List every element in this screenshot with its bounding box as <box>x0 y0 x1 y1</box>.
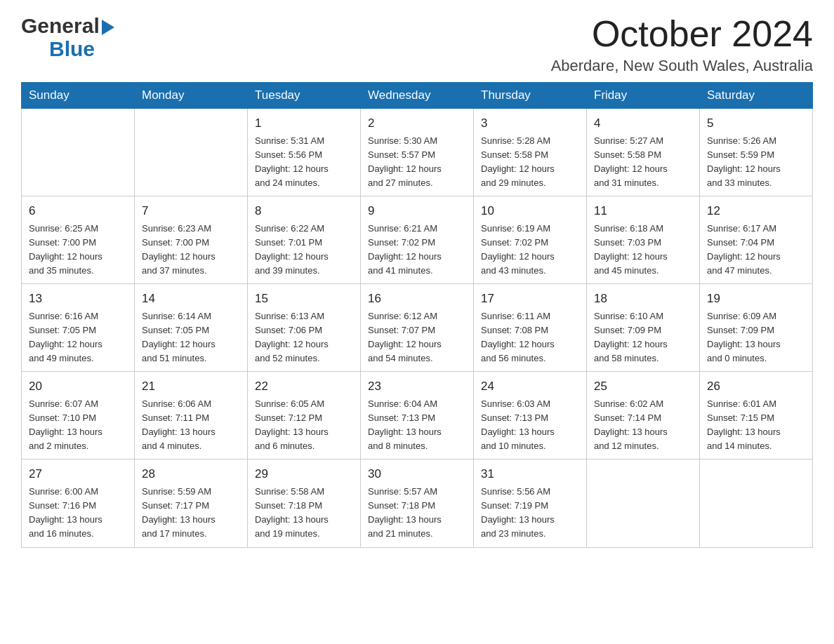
day-number: 14 <box>142 290 240 308</box>
day-number: 4 <box>594 114 692 133</box>
calendar-cell: 5Sunrise: 5:26 AM Sunset: 5:59 PM Daylig… <box>700 109 813 196</box>
day-number: 18 <box>594 290 692 308</box>
day-number: 26 <box>707 377 805 396</box>
calendar-cell: 1Sunrise: 5:31 AM Sunset: 5:56 PM Daylig… <box>248 109 361 196</box>
calendar-day-header: Tuesday <box>248 83 361 109</box>
calendar-cell: 20Sunrise: 6:07 AM Sunset: 7:10 PM Dayli… <box>22 372 135 459</box>
calendar-cell: 27Sunrise: 6:00 AM Sunset: 7:16 PM Dayli… <box>22 459 135 547</box>
calendar-day-header: Thursday <box>474 83 587 109</box>
calendar-week-row: 6Sunrise: 6:25 AM Sunset: 7:00 PM Daylig… <box>22 196 813 284</box>
day-number: 16 <box>368 290 466 308</box>
cell-info: Sunrise: 6:21 AM Sunset: 7:02 PM Dayligh… <box>368 222 466 279</box>
calendar-cell: 6Sunrise: 6:25 AM Sunset: 7:00 PM Daylig… <box>22 196 135 284</box>
cell-info: Sunrise: 6:03 AM Sunset: 7:13 PM Dayligh… <box>481 397 579 454</box>
day-number: 9 <box>368 202 466 220</box>
day-number: 31 <box>481 465 579 483</box>
day-number: 13 <box>29 290 127 308</box>
day-number: 21 <box>142 377 240 396</box>
calendar-cell: 15Sunrise: 6:13 AM Sunset: 7:06 PM Dayli… <box>248 284 361 372</box>
cell-info: Sunrise: 6:01 AM Sunset: 7:15 PM Dayligh… <box>707 397 805 454</box>
day-number: 25 <box>594 377 692 396</box>
day-number: 2 <box>368 114 466 133</box>
day-number: 17 <box>481 290 579 308</box>
title-block: October 2024 Aberdare, New South Wales, … <box>551 14 813 75</box>
day-number: 23 <box>368 377 466 396</box>
day-number: 19 <box>707 290 805 308</box>
cell-info: Sunrise: 5:56 AM Sunset: 7:19 PM Dayligh… <box>481 485 579 542</box>
calendar-cell: 22Sunrise: 6:05 AM Sunset: 7:12 PM Dayli… <box>248 372 361 459</box>
cell-info: Sunrise: 6:09 AM Sunset: 7:09 PM Dayligh… <box>707 309 805 366</box>
day-number: 30 <box>368 465 466 483</box>
day-number: 3 <box>481 114 579 133</box>
calendar-cell: 16Sunrise: 6:12 AM Sunset: 7:07 PM Dayli… <box>361 284 474 372</box>
cell-info: Sunrise: 5:57 AM Sunset: 7:18 PM Dayligh… <box>368 485 466 542</box>
day-number: 1 <box>255 114 353 133</box>
calendar-cell: 8Sunrise: 6:22 AM Sunset: 7:01 PM Daylig… <box>248 196 361 284</box>
calendar-cell: 11Sunrise: 6:18 AM Sunset: 7:03 PM Dayli… <box>587 196 700 284</box>
svg-marker-0 <box>102 20 114 35</box>
cell-info: Sunrise: 6:05 AM Sunset: 7:12 PM Dayligh… <box>255 397 353 454</box>
cell-info: Sunrise: 5:30 AM Sunset: 5:57 PM Dayligh… <box>368 134 466 191</box>
day-number: 28 <box>142 465 240 483</box>
day-number: 5 <box>707 114 805 133</box>
cell-info: Sunrise: 5:59 AM Sunset: 7:17 PM Dayligh… <box>142 485 240 542</box>
calendar-cell: 2Sunrise: 5:30 AM Sunset: 5:57 PM Daylig… <box>361 109 474 196</box>
calendar-week-row: 20Sunrise: 6:07 AM Sunset: 7:10 PM Dayli… <box>22 372 813 459</box>
calendar-cell <box>22 109 135 196</box>
day-number: 15 <box>255 290 353 308</box>
calendar-cell: 31Sunrise: 5:56 AM Sunset: 7:19 PM Dayli… <box>474 459 587 547</box>
calendar-cell: 17Sunrise: 6:11 AM Sunset: 7:08 PM Dayli… <box>474 284 587 372</box>
cell-info: Sunrise: 5:26 AM Sunset: 5:59 PM Dayligh… <box>707 134 805 191</box>
calendar-day-header: Sunday <box>22 83 135 109</box>
cell-info: Sunrise: 6:22 AM Sunset: 7:01 PM Dayligh… <box>255 222 353 279</box>
cell-info: Sunrise: 6:19 AM Sunset: 7:02 PM Dayligh… <box>481 222 579 279</box>
calendar-cell: 28Sunrise: 5:59 AM Sunset: 7:17 PM Dayli… <box>135 459 248 547</box>
logo: General Blue <box>21 14 114 60</box>
calendar-cell: 14Sunrise: 6:14 AM Sunset: 7:05 PM Dayli… <box>135 284 248 372</box>
cell-info: Sunrise: 6:14 AM Sunset: 7:05 PM Dayligh… <box>142 309 240 366</box>
cell-info: Sunrise: 6:25 AM Sunset: 7:00 PM Dayligh… <box>29 222 127 279</box>
cell-info: Sunrise: 6:06 AM Sunset: 7:11 PM Dayligh… <box>142 397 240 454</box>
day-number: 7 <box>142 202 240 220</box>
calendar-cell: 30Sunrise: 5:57 AM Sunset: 7:18 PM Dayli… <box>361 459 474 547</box>
calendar-cell: 21Sunrise: 6:06 AM Sunset: 7:11 PM Dayli… <box>135 372 248 459</box>
cell-info: Sunrise: 5:27 AM Sunset: 5:58 PM Dayligh… <box>594 134 692 191</box>
calendar-cell: 26Sunrise: 6:01 AM Sunset: 7:15 PM Dayli… <box>700 372 813 459</box>
cell-info: Sunrise: 5:31 AM Sunset: 5:56 PM Dayligh… <box>255 134 353 191</box>
calendar-week-row: 27Sunrise: 6:00 AM Sunset: 7:16 PM Dayli… <box>22 459 813 547</box>
calendar-day-header: Wednesday <box>361 83 474 109</box>
day-number: 11 <box>594 202 692 220</box>
calendar-day-header: Saturday <box>700 83 813 109</box>
calendar-week-row: 13Sunrise: 6:16 AM Sunset: 7:05 PM Dayli… <box>22 284 813 372</box>
cell-info: Sunrise: 6:10 AM Sunset: 7:09 PM Dayligh… <box>594 309 692 366</box>
location-title: Aberdare, New South Wales, Australia <box>551 57 813 75</box>
calendar-cell: 12Sunrise: 6:17 AM Sunset: 7:04 PM Dayli… <box>700 196 813 284</box>
day-number: 8 <box>255 202 353 220</box>
calendar-day-header: Friday <box>587 83 700 109</box>
day-number: 24 <box>481 377 579 396</box>
logo-blue-text: Blue <box>49 37 95 60</box>
calendar-cell <box>700 459 813 547</box>
calendar-cell: 4Sunrise: 5:27 AM Sunset: 5:58 PM Daylig… <box>587 109 700 196</box>
day-number: 27 <box>29 465 127 483</box>
calendar-cell: 19Sunrise: 6:09 AM Sunset: 7:09 PM Dayli… <box>700 284 813 372</box>
day-number: 22 <box>255 377 353 396</box>
calendar-header-row: SundayMondayTuesdayWednesdayThursdayFrid… <box>22 83 813 109</box>
cell-info: Sunrise: 6:16 AM Sunset: 7:05 PM Dayligh… <box>29 309 127 366</box>
month-title: October 2024 <box>551 14 813 54</box>
cell-info: Sunrise: 6:18 AM Sunset: 7:03 PM Dayligh… <box>594 222 692 279</box>
cell-info: Sunrise: 6:23 AM Sunset: 7:00 PM Dayligh… <box>142 222 240 279</box>
calendar-cell: 3Sunrise: 5:28 AM Sunset: 5:58 PM Daylig… <box>474 109 587 196</box>
calendar-cell: 9Sunrise: 6:21 AM Sunset: 7:02 PM Daylig… <box>361 196 474 284</box>
calendar-cell: 25Sunrise: 6:02 AM Sunset: 7:14 PM Dayli… <box>587 372 700 459</box>
cell-info: Sunrise: 6:12 AM Sunset: 7:07 PM Dayligh… <box>368 309 466 366</box>
cell-info: Sunrise: 6:17 AM Sunset: 7:04 PM Dayligh… <box>707 222 805 279</box>
calendar-cell: 23Sunrise: 6:04 AM Sunset: 7:13 PM Dayli… <box>361 372 474 459</box>
calendar-cell: 18Sunrise: 6:10 AM Sunset: 7:09 PM Dayli… <box>587 284 700 372</box>
logo-general-text: General <box>21 14 100 37</box>
calendar-table: SundayMondayTuesdayWednesdayThursdayFrid… <box>21 82 813 547</box>
logo-arrow-icon <box>102 20 114 35</box>
calendar-week-row: 1Sunrise: 5:31 AM Sunset: 5:56 PM Daylig… <box>22 109 813 196</box>
day-number: 12 <box>707 202 805 220</box>
calendar-day-header: Monday <box>135 83 248 109</box>
